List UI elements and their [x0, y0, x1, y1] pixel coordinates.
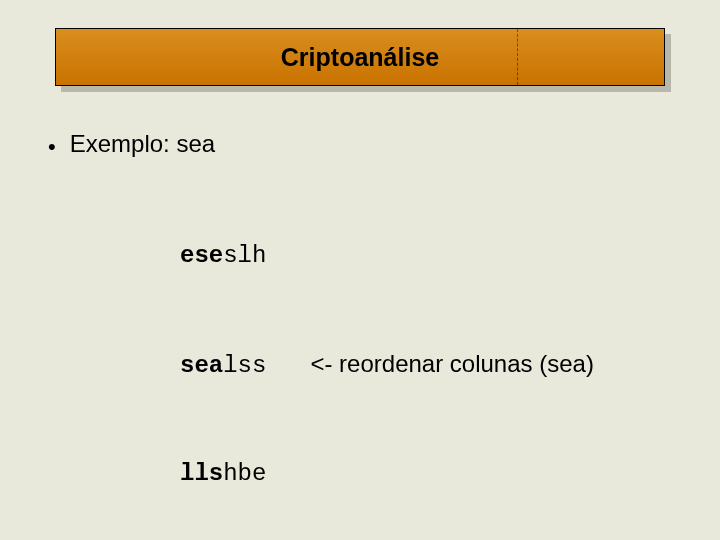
cipher-cell: eseslh [180, 238, 266, 274]
title-divider-line [517, 29, 518, 85]
cipher-key: lls [180, 460, 223, 487]
bullet-keyword: sea [176, 130, 215, 157]
cipher-key: ese [180, 242, 223, 269]
cipher-row: llshbe [180, 456, 672, 492]
title-bar: Criptoanálise [55, 28, 665, 86]
title-box: Criptoanálise [55, 28, 665, 86]
slide: Criptoanálise • Exemplo: sea eseslh seal… [0, 0, 720, 540]
bullet-item: • Exemplo: sea [48, 126, 672, 162]
bullet-dot-icon: • [48, 136, 56, 158]
bullet-prefix: Exemplo: [70, 130, 177, 157]
cipher-rest: slh [223, 242, 266, 269]
cipher-grid: eseslh sealss<- reordenar colunas (sea) … [180, 166, 672, 540]
cipher-rest: hbe [223, 460, 266, 487]
row-note: <- reordenar colunas (sea) [310, 346, 593, 382]
bullet-text: Exemplo: sea [70, 126, 215, 162]
cipher-cell: sealss [180, 348, 266, 384]
cipher-row: eseslh [180, 238, 672, 274]
cipher-cell: llshbe [180, 456, 266, 492]
slide-title: Criptoanálise [281, 43, 439, 72]
content-area: • Exemplo: sea eseslh sealss<- reordenar… [48, 126, 672, 540]
cipher-row: sealss<- reordenar colunas (sea) [180, 346, 672, 384]
cipher-key: sea [180, 352, 223, 379]
cipher-rest: lss [223, 352, 266, 379]
